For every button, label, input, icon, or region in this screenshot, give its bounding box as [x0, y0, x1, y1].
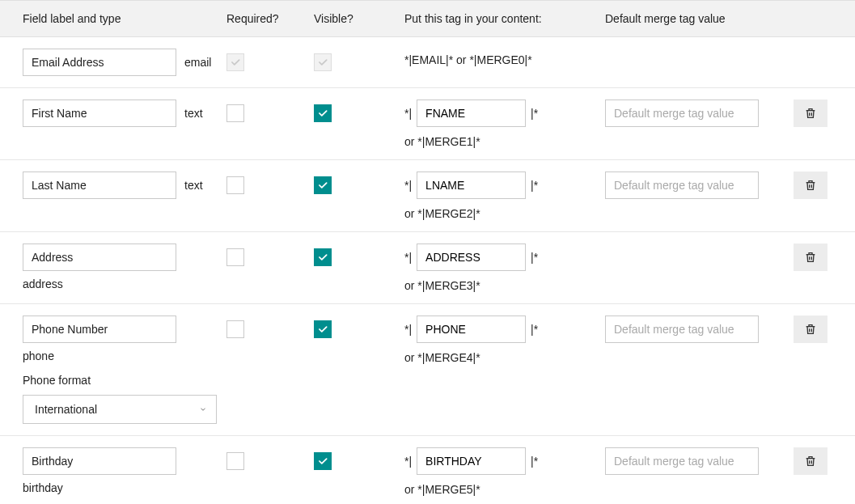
visible-checkbox[interactable]: [314, 452, 332, 470]
field-label-input[interactable]: [23, 172, 176, 199]
table-row: text*||*or *|MERGE1|*: [0, 88, 855, 160]
default-value-input[interactable]: [605, 100, 759, 127]
merge-tag-suffix: |*: [531, 323, 538, 336]
header-label: Field label and type: [0, 12, 226, 25]
default-value-input[interactable]: [605, 316, 759, 343]
field-label-input[interactable]: [23, 100, 176, 127]
field-type-label: birthday: [23, 481, 226, 494]
merge-tag-suffix: |*: [531, 251, 538, 264]
delete-button[interactable]: [794, 316, 827, 343]
required-checkbox[interactable]: [226, 104, 244, 122]
trash-icon: [804, 250, 817, 265]
merge-tag-prefix: *|: [404, 455, 412, 468]
field-label-input[interactable]: [23, 447, 176, 475]
required-checkbox[interactable]: [226, 176, 244, 194]
field-label-input[interactable]: [23, 49, 176, 76]
merge-tag-prefix: *|: [404, 251, 412, 264]
table-header-row: Field label and type Required? Visible? …: [0, 0, 855, 37]
merge-tag-alt: or *|MERGE1|*: [404, 135, 605, 148]
visible-checkbox: [314, 53, 332, 71]
table-row: birthday*||*or *|MERGE5|*: [0, 436, 855, 504]
merge-tag-alt: or *|MERGE2|*: [404, 207, 605, 220]
required-checkbox: [226, 53, 244, 71]
default-value-input[interactable]: [605, 447, 759, 475]
required-checkbox[interactable]: [226, 320, 244, 338]
merge-tag-input[interactable]: [417, 244, 526, 271]
trash-icon: [804, 178, 817, 193]
visible-checkbox[interactable]: [314, 104, 332, 122]
field-type-label: phone: [23, 349, 226, 362]
merge-tag-prefix: *|: [404, 107, 412, 120]
default-value-input[interactable]: [605, 172, 759, 199]
required-checkbox[interactable]: [226, 452, 244, 470]
delete-button[interactable]: [794, 244, 827, 271]
merge-fields-table: Field label and type Required? Visible? …: [0, 0, 855, 504]
header-default: Default merge tag value: [605, 12, 787, 25]
header-tag: Put this tag in your content:: [404, 12, 605, 25]
merge-tag-input[interactable]: [417, 316, 526, 343]
merge-tag-suffix: |*: [531, 107, 538, 120]
field-type-label: email: [184, 56, 211, 69]
table-row: text*||*or *|MERGE2|*: [0, 160, 855, 232]
merge-tag-alt: or *|MERGE5|*: [404, 483, 605, 496]
merge-tag-input[interactable]: [417, 172, 526, 199]
merge-tag-suffix: |*: [531, 179, 538, 192]
merge-tag-suffix: |*: [531, 455, 538, 468]
table-row: email*|EMAIL|* or *|MERGE0|*: [0, 37, 855, 88]
visible-checkbox[interactable]: [314, 176, 332, 194]
phone-format-select[interactable]: International: [23, 395, 217, 424]
merge-tag-alt: or *|MERGE3|*: [404, 279, 605, 292]
merge-tag-prefix: *|: [404, 323, 412, 336]
delete-button[interactable]: [794, 100, 827, 127]
field-label-input[interactable]: [23, 316, 176, 343]
merge-tag-prefix: *|: [404, 179, 412, 192]
trash-icon: [804, 454, 817, 468]
table-row: phonePhone formatInternational*||*or *|M…: [0, 304, 855, 436]
required-checkbox[interactable]: [226, 248, 244, 266]
merge-tag-text: *|EMAIL|* or *|MERGE0|*: [404, 53, 605, 66]
phone-format-label: Phone format: [23, 374, 226, 387]
delete-button[interactable]: [794, 447, 827, 475]
field-type-label: text: [184, 107, 203, 120]
visible-checkbox[interactable]: [314, 320, 332, 338]
header-required: Required?: [226, 12, 314, 25]
merge-tag-alt: or *|MERGE4|*: [404, 351, 605, 364]
merge-tag-input[interactable]: [417, 100, 526, 127]
header-visible: Visible?: [314, 12, 404, 25]
delete-button[interactable]: [794, 172, 827, 199]
trash-icon: [804, 106, 817, 121]
trash-icon: [804, 322, 817, 337]
field-type-label: text: [184, 179, 203, 192]
visible-checkbox[interactable]: [314, 248, 332, 266]
merge-tag-input[interactable]: [417, 447, 526, 475]
field-label-input[interactable]: [23, 244, 176, 271]
field-type-label: address: [23, 277, 226, 290]
table-row: address*||*or *|MERGE3|*: [0, 232, 855, 304]
